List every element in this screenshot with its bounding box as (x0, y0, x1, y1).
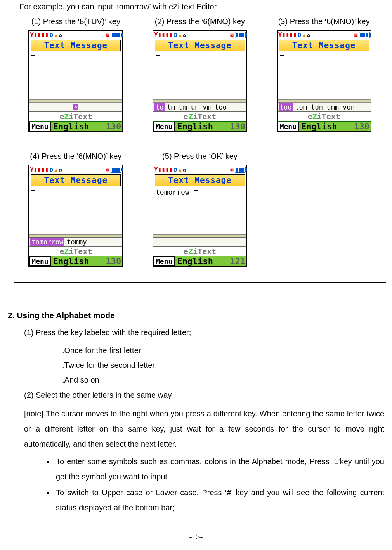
char-counter: 130 (354, 122, 371, 131)
d-icon: D (298, 32, 301, 38)
lock-icon: ▲ (54, 167, 57, 173)
mail-icon: ⊠ (231, 167, 234, 173)
steps-table: (1) Press the ‘8(TUV)’ key Y▮▮▮▮ D ▲ ✿ ⊠… (14, 13, 386, 283)
menu-button[interactable]: Menu (278, 122, 299, 131)
ezi-z: Z (312, 112, 317, 121)
step-cell-1: (1) Press the ‘8(TUV)’ key Y▮▮▮▮ D ▲ ✿ ⊠… (14, 13, 138, 148)
ezi-e: e (308, 112, 312, 121)
step-caption: (4) Press the ‘6(MNO)’ key (16, 152, 136, 161)
alpha-step-1b: .Twice for the second letter (62, 359, 384, 372)
alarm-icon: ✿ (183, 32, 186, 38)
strip (29, 234, 122, 237)
ezi-z: Z (188, 112, 193, 121)
message-area (29, 187, 122, 234)
ezi-suf: iText (193, 247, 216, 256)
ezi-e: e (184, 247, 188, 256)
mail-icon: ⊠ (354, 32, 357, 38)
char-counter: 130 (106, 256, 123, 266)
d-icon: D (174, 32, 177, 38)
message-area: tomorrow (153, 187, 246, 234)
title-bar: Text Message (31, 40, 121, 51)
status-bar: Y▮▮▮▮ D ▲ ✿ ⊠ (153, 165, 246, 174)
prediction-candidates: tm um un vm too (167, 103, 227, 111)
message-area (153, 52, 246, 99)
phone-screen: Y▮▮▮▮ D ▲ ✿ ⊠ Text Message tomorrow eZiT… (153, 165, 247, 267)
phone-screen: Y▮▮▮▮ D ▲ ✿ ⊠ Text Message totm um un vm… (153, 30, 247, 132)
title-bar: Text Message (279, 40, 369, 51)
step-caption: (2) Press the ‘6(MNO) key (140, 17, 260, 26)
d-icon: D (50, 32, 53, 38)
signal-icon: Y▮▮▮▮ (30, 31, 49, 38)
step-cell-5: (5) Press the ‘OK’ key Y▮▮▮▮ D ▲ ✿ ⊠ Tex… (138, 148, 262, 283)
lock-icon: ▲ (54, 32, 57, 38)
battery-icon (235, 32, 246, 38)
alpha-step-1a: .Once for the first letter (62, 344, 384, 357)
mail-icon: ⊠ (106, 32, 109, 38)
prediction-highlight: too (279, 103, 293, 111)
alpha-step-1c: .And so on (62, 373, 384, 386)
prediction-highlight: tomorrow (30, 238, 64, 246)
signal-icon: Y▮▮▮▮ (30, 166, 49, 173)
tips-list: To enter some symbols such as commas, co… (54, 454, 384, 515)
step-cell-6 (262, 148, 386, 283)
lock-icon: ▲ (302, 32, 305, 38)
prediction-bar (153, 237, 246, 247)
menu-button[interactable]: Menu (153, 122, 175, 131)
prediction-bar: tomorrowtommy (29, 237, 122, 247)
d-icon: D (50, 167, 53, 173)
battery-icon (111, 32, 121, 38)
prediction-candidates: tom ton umm von (295, 103, 355, 111)
lang-label: English (51, 256, 106, 266)
lang-label: English (299, 122, 354, 131)
alpha-note: [note] The cursor moves to the right whe… (24, 406, 384, 452)
message-area (29, 52, 122, 99)
page-number: -15- (0, 532, 392, 541)
intro-text: For example, you can input ‘tomorrow’ wi… (19, 2, 384, 11)
signal-icon: Y▮▮▮▮ (154, 166, 173, 173)
step-caption: (1) Press the ‘8(TUV)’ key (16, 17, 136, 26)
strip (153, 234, 246, 237)
title-bar: Text Message (31, 174, 121, 186)
ezi-label: eZiText (29, 247, 122, 256)
message-area (278, 52, 371, 99)
alarm-icon: ✿ (307, 32, 310, 38)
mail-icon: ⊠ (106, 167, 109, 173)
phone-screen: Y▮▮▮▮ D ▲ ✿ ⊠ Text Message > eZiText Men… (28, 30, 123, 132)
menu-button[interactable]: Menu (29, 256, 50, 266)
battery-icon (359, 32, 370, 38)
prediction-bar: > (29, 103, 122, 112)
ezi-label: eZiText (29, 112, 122, 121)
strip (153, 99, 246, 103)
ezi-label: eZiText (153, 112, 246, 121)
char-counter: 130 (230, 122, 246, 131)
ezi-label: eZiText (278, 112, 371, 121)
alarm-icon: ✿ (59, 167, 62, 173)
lang-label: English (175, 256, 230, 266)
ezi-suf: iText (317, 112, 340, 121)
alarm-icon: ✿ (59, 32, 62, 38)
phone-screen: Y▮▮▮▮ D ▲ ✿ ⊠ Text Message tomorrowtommy… (28, 165, 123, 267)
softkey-bar: Menu English 130 (153, 121, 246, 131)
menu-button[interactable]: Menu (153, 256, 175, 266)
prediction-candidates: tommy (67, 238, 87, 246)
lang-label: English (51, 122, 106, 131)
status-bar: Y▮▮▮▮ D ▲ ✿ ⊠ (29, 165, 122, 174)
ezi-label: eZiText (153, 247, 246, 256)
battery-icon (111, 167, 121, 173)
tip-item: To enter some symbols such as commas, co… (54, 454, 384, 484)
lock-icon: ▲ (179, 167, 182, 173)
alarm-icon: ✿ (183, 167, 186, 173)
step-cell-3: (3) Press the ‘6(MNO)’ key Y▮▮▮▮ D ▲ ✿ ⊠… (262, 13, 386, 148)
ezi-z: Z (64, 247, 69, 256)
ezi-z: Z (188, 247, 193, 256)
signal-icon: Y▮▮▮▮ (154, 31, 173, 38)
prediction-bar: tootom ton umm von (278, 103, 371, 112)
ezi-e: e (59, 247, 64, 256)
step-caption: (3) Press the ‘6(MNO)’ key (264, 17, 384, 26)
battery-icon (235, 167, 246, 173)
menu-button[interactable]: Menu (29, 122, 50, 131)
step-cell-4: (4) Press the ‘6(MNO)’ key Y▮▮▮▮ D ▲ ✿ ⊠… (14, 148, 138, 283)
char-counter: 130 (106, 122, 123, 131)
ezi-suf: iText (69, 247, 92, 256)
status-bar: Y▮▮▮▮ D ▲ ✿ ⊠ (278, 31, 371, 39)
